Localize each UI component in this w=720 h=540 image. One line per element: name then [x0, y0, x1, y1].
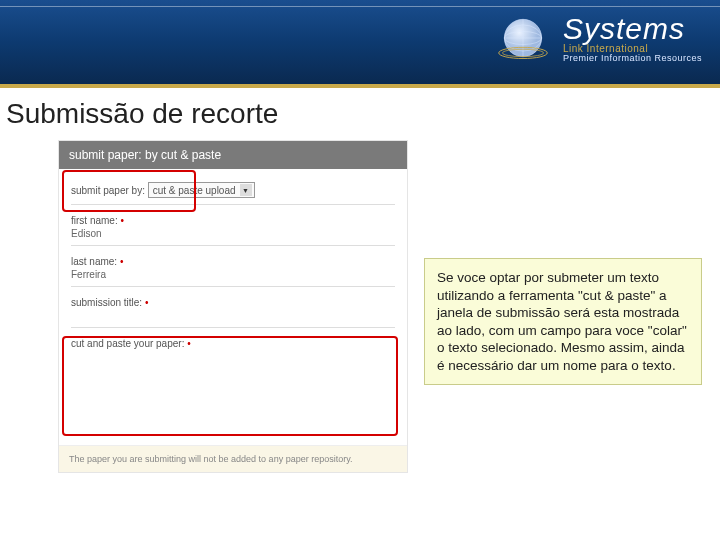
- form-header: submit paper: by cut & paste: [59, 141, 407, 169]
- form-footer-note: The paper you are submitting will not be…: [59, 445, 407, 472]
- required-marker: •: [184, 338, 190, 349]
- submission-title-value[interactable]: [71, 310, 395, 321]
- logo-subtitle-1: Link International: [563, 44, 702, 54]
- header-banner: Systems Link International Premier Infor…: [0, 0, 720, 88]
- logo-subtitle-2: Premier Information Resources: [563, 54, 702, 63]
- logo-title: Systems: [563, 14, 702, 44]
- field-last-name: last name: • Ferreira: [71, 256, 395, 287]
- logo: Systems Link International Premier Infor…: [493, 8, 702, 68]
- submit-by-select[interactable]: cut & paste upload ▼: [148, 182, 255, 198]
- first-name-value[interactable]: Edison: [71, 228, 395, 239]
- globe-icon: [493, 8, 553, 68]
- last-name-label: last name:: [71, 256, 117, 267]
- required-marker: •: [142, 297, 148, 308]
- form-screenshot: submit paper: by cut & paste submit pape…: [58, 140, 408, 473]
- info-callout: Se voce optar por submeter um texto util…: [424, 258, 702, 385]
- field-first-name: first name: • Edison: [71, 215, 395, 246]
- paste-textarea[interactable]: [71, 349, 395, 421]
- submission-title-label: submission title:: [71, 297, 142, 308]
- page-title: Submissão de recorte: [6, 98, 278, 130]
- field-submission-title: submission title: •: [71, 297, 395, 328]
- submit-by-value: cut & paste upload: [153, 185, 236, 196]
- required-marker: •: [117, 256, 123, 267]
- paste-label: cut and paste your paper:: [71, 338, 184, 349]
- first-name-label: first name:: [71, 215, 118, 226]
- submit-by-label: submit paper by:: [71, 185, 145, 196]
- field-submit-by: submit paper by: cut & paste upload ▼: [71, 179, 395, 205]
- field-paste: cut and paste your paper: •: [71, 338, 395, 427]
- required-marker: •: [118, 215, 124, 226]
- last-name-value[interactable]: Ferreira: [71, 269, 395, 280]
- chevron-down-icon: ▼: [240, 184, 252, 196]
